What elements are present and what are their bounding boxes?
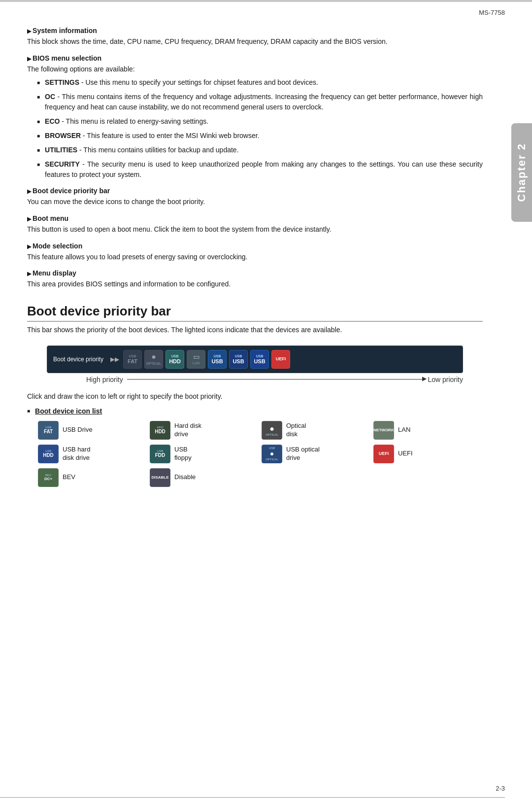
boot-menu-header: Boot menu xyxy=(27,214,483,222)
icon-grid-item-lan: NETWORK LAN xyxy=(373,421,483,440)
priority-arrow-line xyxy=(127,379,424,380)
list-item: SETTINGS - Use this menu to specify your… xyxy=(37,77,483,88)
item-term: SECURITY xyxy=(45,160,80,168)
high-priority-label: High priority xyxy=(86,376,123,383)
list-item: OC - This menu contains items of the fre… xyxy=(37,92,483,112)
icon-disable: DISABLE xyxy=(150,468,170,487)
item-term: ECO xyxy=(45,117,60,125)
list-item: ECO - This menu is related to energy-sav… xyxy=(37,116,483,127)
list-item: SECURITY - The security menu is used to … xyxy=(37,159,483,180)
icon-lan: NETWORK xyxy=(373,421,394,440)
icon-list-header: Boot device icon list xyxy=(27,407,483,415)
item-term: UTILITIES xyxy=(45,146,77,154)
bios-menu-list: SETTINGS - Use this menu to specify your… xyxy=(37,77,483,180)
item-term: BROWSER xyxy=(45,132,81,139)
boot-icon-usb1[interactable]: USB USB xyxy=(208,350,227,369)
boot-icon-file[interactable]: ▭ LAN xyxy=(187,350,205,369)
boot-menu-body: This button is used to open a boot menu.… xyxy=(27,224,483,235)
icon-list-header-label: Boot device icon list xyxy=(35,407,102,415)
icon-label-hdd: Hard diskdrive xyxy=(174,422,201,439)
main-section-title: Boot device priority bar xyxy=(27,304,483,322)
icon-label-disable: Disable xyxy=(174,473,196,482)
boot-icon-optical[interactable]: ● OPTICAL xyxy=(144,350,163,369)
item-desc: - The security menu is used to keep unau… xyxy=(45,160,483,178)
chapter-tab-label: Chapter 2 xyxy=(515,143,528,202)
item-term: SETTINGS xyxy=(45,78,79,86)
item-desc: - This menu is related to energy-saving … xyxy=(60,117,208,125)
model-number: MS-7758 xyxy=(479,9,505,16)
icon-hdd: HDD HDD xyxy=(150,421,170,440)
icon-grid-item-optical: ● OPTICAL Opticaldisk xyxy=(262,421,371,440)
list-item: BROWSER - This feature is used to enter … xyxy=(37,131,483,141)
icon-grid-item-disable: DISABLE Disable xyxy=(150,468,259,487)
icon-usb-floppy: USB FDD xyxy=(150,445,170,463)
item-term: OC xyxy=(45,93,55,101)
icon-usb-drive: USB FAT xyxy=(38,421,59,440)
item-desc: - This menu contains items of the freque… xyxy=(45,93,483,111)
mode-selection-header: Mode selection xyxy=(27,242,483,250)
item-desc: - Use this menu to specify your settings… xyxy=(79,78,318,86)
top-border xyxy=(0,0,532,2)
icon-grid-item-hdd: HDD HDD Hard diskdrive xyxy=(150,421,259,440)
icon-label-usb-optical: USB opticaldrive xyxy=(286,446,320,462)
icon-grid-item-uefi: UEFI UEFI xyxy=(373,445,483,463)
icon-grid-item-usb-optical: USB ● OPTICAL USB opticaldrive xyxy=(262,445,371,463)
item-desc: - This menu contains utilities for backu… xyxy=(77,146,238,154)
boot-icons-row: USB FAT ● OPTICAL USB HDD ▭ xyxy=(123,350,290,369)
icon-label-lan: LAN xyxy=(398,426,410,434)
icon-grid: USB FAT USB Drive HDD HDD Hard diskdrive xyxy=(38,421,483,487)
boot-icon-usb3[interactable]: USB USB xyxy=(250,350,269,369)
icon-grid-item-usb-hdd: USB HDD USB harddisk drive xyxy=(38,445,147,463)
boot-icon-usb-fat[interactable]: USB FAT xyxy=(123,350,142,369)
priority-arrow-row: High priority Low priority xyxy=(86,376,463,383)
icon-optical: ● OPTICAL xyxy=(262,421,282,440)
boot-icon-usb2[interactable]: USB USB xyxy=(229,350,248,369)
menu-display-body: This area provides BIOS settings and inf… xyxy=(27,279,483,290)
item-desc: - This feature is used to enter the MSI … xyxy=(81,132,259,139)
mode-selection-body: This feature allows you to load presets … xyxy=(27,252,483,263)
list-item: UTILITIES - This menu contains utilities… xyxy=(37,145,483,155)
icon-usb-optical: USB ● OPTICAL xyxy=(262,445,282,463)
icon-label-uefi: UEFI xyxy=(398,450,413,458)
icon-label-usb-drive: USB Drive xyxy=(63,426,93,434)
boot-priority-bar: Boot device priority ▶▶ USB FAT ● OPTICA… xyxy=(47,346,463,373)
icon-grid-item-bev: BEV DC+ BEV xyxy=(38,468,147,487)
boot-device-priority-bar-body: You can move the device icons to change … xyxy=(27,197,483,208)
system-information-header: System information xyxy=(27,27,483,35)
icon-grid-item-usb-floppy: USB FDD USBfloppy xyxy=(150,445,259,463)
page-container: MS-7758 Chapter 2 System information Thi… xyxy=(0,0,532,798)
boot-priority-bar-container: Boot device priority ▶▶ USB FAT ● OPTICA… xyxy=(47,346,463,373)
boot-icon-usb-hdd[interactable]: USB HDD xyxy=(166,350,184,369)
icon-label-usb-hdd: USB harddisk drive xyxy=(63,446,90,462)
icon-list-section: Boot device icon list USB FAT USB Drive … xyxy=(27,407,483,487)
boot-device-priority-bar-header: Boot device priority bar xyxy=(27,187,483,195)
system-information-body: This block shows the time, date, CPU nam… xyxy=(27,36,483,47)
boot-icon-uefi[interactable]: UEFI xyxy=(271,350,290,369)
priority-arrows-icon: ▶▶ xyxy=(110,356,119,363)
icon-label-usb-floppy: USBfloppy xyxy=(174,446,192,462)
icon-bev: BEV DC+ xyxy=(38,468,59,487)
main-content: System information This block shows the … xyxy=(0,0,532,507)
main-section-intro: This bar shows the priority of the boot … xyxy=(27,325,483,336)
click-instruction: Click and draw the icon to left or right… xyxy=(27,391,483,402)
icon-label-bev: BEV xyxy=(63,473,75,482)
page-number: 2-3 xyxy=(496,785,505,792)
icon-grid-item-usb-drive: USB FAT USB Drive xyxy=(38,421,147,440)
boot-priority-label: Boot device priority xyxy=(53,356,103,363)
chapter-tab: Chapter 2 xyxy=(511,123,532,222)
low-priority-label: Low priority xyxy=(428,376,463,383)
icon-label-optical: Opticaldisk xyxy=(286,422,306,439)
bios-menu-selection-header: BIOS menu selection xyxy=(27,54,483,62)
icon-usb-hdd: USB HDD xyxy=(38,445,59,463)
icon-uefi: UEFI xyxy=(373,445,394,463)
menu-display-header: Menu display xyxy=(27,269,483,277)
bios-menu-selection-intro: The following options are available: xyxy=(27,64,483,75)
